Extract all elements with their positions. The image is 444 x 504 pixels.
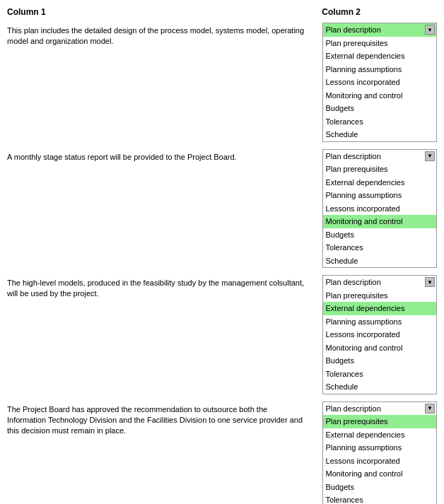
- list-item[interactable]: Budgets: [323, 228, 436, 242]
- list-item[interactable]: Budgets: [323, 102, 436, 115]
- list-item[interactable]: Plan prerequisites: [323, 37, 436, 50]
- list-item[interactable]: Planning assumptions: [323, 189, 436, 202]
- col1-text: The high-level models, produced in the f…: [7, 275, 322, 300]
- dropdown-arrow-icon[interactable]: ▼: [425, 277, 435, 287]
- col1-text: A monthly stage status report will be pr…: [7, 149, 322, 163]
- dropdown-container: ▼Plan descriptionPlan prerequisitesExter…: [322, 402, 437, 505]
- list-item[interactable]: Lessons incorporated: [323, 455, 436, 468]
- table-row: The Project Board has approved the recom…: [7, 402, 437, 505]
- list-item[interactable]: External dependencies: [323, 302, 436, 315]
- list-item[interactable]: Plan description: [323, 23, 436, 37]
- list-item[interactable]: Plan description: [323, 150, 436, 163]
- dropdown-list: Plan descriptionPlan prerequisitesExtern…: [323, 150, 436, 268]
- dropdown-arrow-icon[interactable]: ▼: [425, 404, 435, 414]
- dropdown-list: Plan descriptionPlan prerequisitesExtern…: [323, 402, 436, 505]
- list-item[interactable]: Lessons incorporated: [323, 202, 436, 216]
- dropdown-list: Plan descriptionPlan prerequisitesExtern…: [323, 23, 436, 141]
- list-item[interactable]: Monitoring and control: [323, 341, 436, 355]
- list-item[interactable]: External dependencies: [323, 176, 436, 189]
- list-item[interactable]: Lessons incorporated: [323, 76, 436, 89]
- col2-dropdown: ▼Plan descriptionPlan prerequisitesExter…: [322, 275, 437, 394]
- list-item[interactable]: Budgets: [323, 481, 436, 494]
- col1-header: Column 1: [7, 7, 322, 17]
- dropdown-container: ▼Plan descriptionPlan prerequisitesExter…: [322, 149, 437, 269]
- list-item[interactable]: Plan prerequisites: [323, 415, 436, 428]
- list-item[interactable]: Monitoring and control: [323, 215, 436, 228]
- col2-dropdown: ▼Plan descriptionPlan prerequisitesExter…: [322, 23, 437, 142]
- header-row: Column 1 Column 2: [7, 7, 437, 17]
- col2-header: Column 2: [322, 7, 437, 17]
- list-item[interactable]: External dependencies: [323, 428, 436, 442]
- list-item[interactable]: Plan prerequisites: [323, 163, 436, 176]
- dropdown-arrow-icon[interactable]: ▼: [425, 151, 435, 161]
- list-item[interactable]: Plan description: [323, 402, 436, 416]
- list-item[interactable]: Monitoring and control: [323, 467, 436, 481]
- dropdown-container: ▼Plan descriptionPlan prerequisitesExter…: [322, 275, 437, 394]
- list-item[interactable]: Planning assumptions: [323, 315, 436, 329]
- col1-text: The Project Board has approved the recom…: [7, 402, 322, 437]
- col2-dropdown: ▼Plan descriptionPlan prerequisitesExter…: [322, 402, 437, 505]
- list-item[interactable]: Tolerances: [323, 241, 436, 254]
- list-item[interactable]: Plan description: [323, 276, 436, 289]
- table-row: A monthly stage status report will be pr…: [7, 149, 437, 269]
- dropdown-list: Plan descriptionPlan prerequisitesExtern…: [323, 276, 436, 394]
- list-item[interactable]: Schedule: [323, 128, 436, 141]
- page: Column 1 Column 2 This plan includes the…: [0, 0, 444, 504]
- list-item[interactable]: Plan prerequisites: [323, 289, 436, 303]
- list-item[interactable]: Tolerances: [323, 368, 436, 381]
- rows-container: This plan includes the detailed design o…: [7, 23, 437, 504]
- list-item[interactable]: Lessons incorporated: [323, 328, 436, 341]
- list-item[interactable]: External dependencies: [323, 49, 436, 63]
- table-row: This plan includes the detailed design o…: [7, 23, 437, 142]
- list-item[interactable]: Planning assumptions: [323, 441, 436, 455]
- list-item[interactable]: Schedule: [323, 254, 436, 268]
- table-row: The high-level models, produced in the f…: [7, 275, 437, 394]
- col1-text: This plan includes the detailed design o…: [7, 23, 322, 47]
- list-item[interactable]: Budgets: [323, 354, 436, 368]
- list-item[interactable]: Tolerances: [323, 115, 436, 129]
- dropdown-container: ▼Plan descriptionPlan prerequisitesExter…: [322, 23, 437, 142]
- col2-dropdown: ▼Plan descriptionPlan prerequisitesExter…: [322, 149, 437, 269]
- list-item[interactable]: Tolerances: [323, 493, 436, 504]
- list-item[interactable]: Schedule: [323, 380, 436, 394]
- list-item[interactable]: Planning assumptions: [323, 63, 436, 76]
- dropdown-arrow-icon[interactable]: ▼: [425, 25, 435, 35]
- list-item[interactable]: Monitoring and control: [323, 89, 436, 102]
